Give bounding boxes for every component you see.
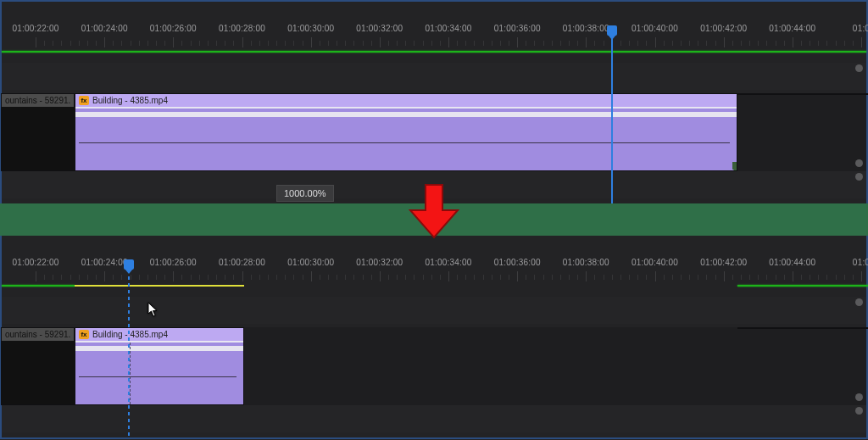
fx-badge-icon: fx (79, 330, 89, 339)
ruler-tick-label: 01:00:40:00 (632, 258, 678, 267)
ruler-tick-label: 01:00:34:00 (425, 24, 471, 33)
slice-line (130, 343, 131, 404)
ruler-tick-label: 01:00:44:00 (769, 258, 815, 267)
track-lane-audio (2, 405, 866, 432)
track-lane-spacer (2, 63, 866, 90)
clip-header: ountains - 59291.mp4 (2, 328, 74, 341)
clip-building[interactable]: fx Building - 4385.mp4 (75, 93, 737, 171)
ruler-tick (448, 37, 449, 47)
ruler-tick (36, 271, 36, 281)
clip-label: Building - 4385.mp4 (92, 330, 168, 339)
ruler-ticks: 01:00:22:0001:00:24:0001:00:26:0001:00:2… (2, 37, 866, 49)
ruler-tick (724, 37, 725, 47)
ruler-tick-label: 01:00:32:00 (356, 258, 403, 267)
ruler-tick-label: 01:00:24:00 (81, 24, 128, 33)
ruler-tick-label: 01:00:40:00 (632, 24, 678, 33)
clip-star[interactable]: fx Star - 6962.mp4 (737, 93, 868, 95)
ruler-tick (861, 271, 862, 281)
clip-building[interactable]: fx Building - 4385.mp4 (75, 327, 244, 405)
ruler-tick (311, 271, 312, 281)
render-indicator (2, 285, 75, 287)
render-indicator-warn (75, 285, 244, 287)
ruler-tick-label: 01:00:32:00 (356, 24, 403, 33)
ruler-tick-label: 01:00:28:00 (219, 258, 265, 267)
ruler-tick (104, 37, 105, 47)
ruler-tick (173, 271, 174, 281)
clip-header: fx Star - 6962.mp4 (738, 328, 868, 329)
scroll-dot-icon (855, 298, 863, 306)
ruler-tick-label: 01:00:30:00 (287, 258, 334, 267)
ruler-tick-label: 01:00:22:00 (12, 258, 58, 267)
ruler-tick-label: 01:00:30:00 (287, 24, 334, 33)
transform-arrow-icon (407, 181, 461, 244)
ruler-tick-label: 01:00:26:00 (150, 258, 197, 267)
ruler-tick (242, 37, 243, 47)
ruler-ticks: 01:00:22:0001:00:24:0001:00:26:0001:00:2… (2, 271, 866, 283)
ruler-tick-label: 01:0 (853, 258, 868, 267)
ruler-tick-label: 01:00:38:00 (563, 24, 609, 33)
ruler-tick (380, 37, 381, 47)
clip-mountains[interactable]: ountains - 59291.mp4 (1, 327, 75, 405)
timeline-panel-before[interactable]: 01:00:22:0001:00:24:0001:00:26:0001:00:2… (0, 0, 868, 203)
ruler-tick (655, 271, 656, 281)
tracks-area: ountains - 59291.mp4 fx Building - 4385.… (2, 297, 866, 437)
scroll-dot-icon (855, 407, 863, 415)
clip-label: ountains - 59291.mp4 (5, 96, 70, 105)
ruler-tick (242, 271, 243, 281)
ruler-tick (380, 271, 381, 281)
track-lane-spacer (2, 297, 866, 324)
ruler-tick (724, 271, 725, 281)
fx-badge-icon: fx (79, 96, 89, 105)
ruler-tick (861, 37, 862, 47)
ruler-tick (655, 37, 656, 47)
clip-label: Building - 4385.mp4 (92, 96, 168, 105)
clip-body (75, 107, 737, 170)
clip-mountains[interactable]: ountains - 59291.mp4 (1, 93, 75, 171)
time-ruler[interactable]: 01:00:22:0001:00:24:0001:00:26:0001:00:2… (2, 22, 866, 51)
clip-header: fx Building - 4385.mp4 (75, 94, 737, 107)
scroll-dot-icon (855, 173, 863, 181)
ruler-tick-label: 01:00:42:00 (700, 24, 747, 33)
ruler-tick-label: 01:00:22:00 (12, 24, 58, 33)
render-indicator (737, 285, 868, 287)
ruler-tick-label: 01:00:24:00 (81, 258, 128, 267)
ruler-tick-label: 01:00:28:00 (219, 24, 265, 33)
timeline-panel-after[interactable]: 01:00:22:0001:00:24:0001:00:26:0001:00:2… (0, 236, 868, 439)
ruler-tick (104, 271, 105, 281)
ruler-tick (793, 37, 793, 47)
scroll-dot-icon (855, 64, 863, 72)
ruler-tick-label: 01:00:34:00 (425, 258, 471, 267)
ruler-tick-label: 01:00:36:00 (494, 24, 541, 33)
track-lane-video[interactable]: ountains - 59291.mp4 fx Building - 4385.… (2, 93, 866, 171)
render-indicator (2, 51, 866, 53)
ruler-tick-label: 01:00:26:00 (150, 24, 197, 33)
clip-header: ountains - 59291.mp4 (2, 94, 74, 107)
ruler-tick (517, 271, 518, 281)
ruler-tick-label: 01:00:38:00 (563, 258, 609, 267)
ruler-tick (311, 37, 312, 47)
ruler-tick-label: 01:0 (853, 24, 868, 33)
ruler-tick-label: 01:00:42:00 (700, 258, 747, 267)
ruler-tick (448, 271, 449, 281)
scroll-dot-icon (855, 159, 863, 167)
clip-label: ountains - 59291.mp4 (5, 330, 70, 339)
ruler-tick (36, 37, 36, 47)
ruler-tick (586, 37, 587, 47)
clip-header: fx Star - 6962.mp4 (738, 94, 868, 95)
ruler-tick-label: 01:00:44:00 (769, 24, 815, 33)
clip-header: fx Building - 4385.mp4 (75, 328, 243, 341)
ruler-tick (517, 37, 518, 47)
comparison-viewport: 01:00:22:0001:00:24:0001:00:26:0001:00:2… (0, 0, 868, 440)
ruler-tick (173, 37, 174, 47)
clip-body (75, 341, 243, 404)
speed-badge: 1000.00% (276, 185, 334, 202)
track-lane-video[interactable]: ountains - 59291.mp4 fx Building - 4385.… (2, 327, 866, 405)
ruler-tick (793, 271, 793, 281)
ruler-tick (586, 271, 587, 281)
time-ruler[interactable]: 01:00:22:0001:00:24:0001:00:26:0001:00:2… (2, 256, 866, 285)
clip-star[interactable]: fx Star - 6962.mp4 (737, 327, 868, 329)
ruler-tick-label: 01:00:36:00 (494, 258, 541, 267)
scroll-dot-icon (855, 393, 863, 401)
